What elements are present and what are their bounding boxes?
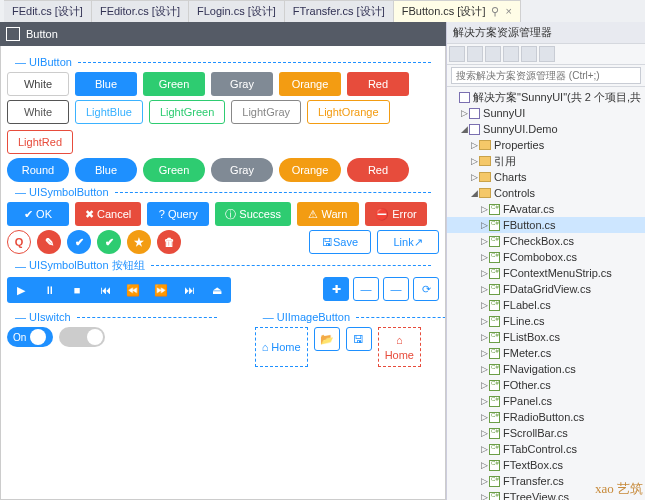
tab-flogin[interactable]: FLogin.cs [设计] <box>189 0 285 22</box>
tree-node[interactable]: ▷FMeter.cs <box>447 345 645 361</box>
tree-node[interactable]: ▷FContextMenuStrip.cs <box>447 265 645 281</box>
imgbtn-home[interactable]: ⌂ Home <box>255 327 308 367</box>
tree-node[interactable]: ▷Charts <box>447 169 645 185</box>
btn-blue[interactable]: Blue <box>75 72 137 96</box>
tree-node[interactable]: ▷FLine.cs <box>447 313 645 329</box>
tree-node[interactable]: 解决方案"SunnyUI"(共 2 个项目,共 <box>447 89 645 105</box>
save-button[interactable]: 🖫 Save <box>309 230 371 254</box>
media-btn[interactable]: ■ <box>63 277 91 303</box>
tb-showall-icon[interactable] <box>503 46 519 62</box>
media-btn[interactable]: ▶ <box>7 277 35 303</box>
mini-btn[interactable]: — <box>383 277 409 301</box>
tree-node[interactable]: ▷FButton.cs <box>447 217 645 233</box>
tb-home-icon[interactable] <box>449 46 465 62</box>
tree-node[interactable]: ▷FTabControl.cs <box>447 441 645 457</box>
tree-node[interactable]: ▷FDataGridView.cs <box>447 281 645 297</box>
btn-round[interactable]: Round <box>7 158 69 182</box>
tab-pin-icon[interactable]: ⚲ <box>491 5 499 17</box>
search-input[interactable] <box>451 67 641 84</box>
tree-node[interactable]: ▷FRadioButton.cs <box>447 409 645 425</box>
btn-warn[interactable]: ⚠ Warn <box>297 202 359 226</box>
tab-fbutton[interactable]: FButton.cs [设计]⚲× <box>394 0 521 22</box>
btn-lightblue[interactable]: LightBlue <box>75 100 143 124</box>
tb-refresh-icon[interactable] <box>467 46 483 62</box>
tb-view-icon[interactable] <box>539 46 555 62</box>
tree-node[interactable]: ▷FPanel.cs <box>447 393 645 409</box>
btn-error[interactable]: ⛔ Error <box>365 202 427 226</box>
solution-tree[interactable]: 解决方案"SunnyUI"(共 2 个项目,共▷SunnyUI◢SunnyUI.… <box>447 87 645 500</box>
btn-blue[interactable]: Blue <box>75 158 137 182</box>
section-uibutton: UIButton <box>29 56 72 68</box>
tab-fedit[interactable]: FEdit.cs [设计] <box>4 0 92 22</box>
btn-white[interactable]: White <box>7 100 69 124</box>
imgbtn-open-icon[interactable]: 📂 <box>314 327 340 351</box>
btn-orange[interactable]: Orange <box>279 158 341 182</box>
media-btn[interactable]: ⏮ <box>91 277 119 303</box>
btn-lightgray[interactable]: LightGray <box>231 100 301 124</box>
tb-properties-icon[interactable] <box>521 46 537 62</box>
tree-node[interactable]: ▷FLabel.cs <box>447 297 645 313</box>
tb-collapse-icon[interactable] <box>485 46 501 62</box>
btn-gray[interactable]: Gray <box>211 158 273 182</box>
tab-close-icon[interactable]: × <box>505 5 511 17</box>
imgbtn-home-red[interactable]: ⌂Home <box>378 327 421 367</box>
btn-cancel[interactable]: ✖ Cancel <box>75 202 141 226</box>
link-button[interactable]: Link ↗ <box>377 230 439 254</box>
tree-node[interactable]: ▷引用 <box>447 153 645 169</box>
tree-node[interactable]: ▷Properties <box>447 137 645 153</box>
media-btn[interactable]: ⏭ <box>175 277 203 303</box>
btn-orange[interactable]: Orange <box>279 72 341 96</box>
media-btn[interactable]: ⏩ <box>147 277 175 303</box>
designer-surface: Button — UIButton WhiteBlueGreenGrayOran… <box>0 22 446 500</box>
btn-lightgreen[interactable]: LightGreen <box>149 100 225 124</box>
imgbtn-save-icon[interactable]: 🖫 <box>346 327 372 351</box>
tree-node[interactable]: ▷FCombobox.cs <box>447 249 645 265</box>
tree-node[interactable]: ◢Controls <box>447 185 645 201</box>
media-toolbar: ▶⏸■⏮⏪⏩⏭⏏ <box>7 277 231 303</box>
circle-btn[interactable]: ✔ <box>67 230 91 254</box>
btn-gray[interactable]: Gray <box>211 72 273 96</box>
mini-btn[interactable]: ✚ <box>323 277 349 301</box>
tree-node[interactable]: ▷FOther.cs <box>447 377 645 393</box>
btn-red[interactable]: Red <box>347 72 409 96</box>
tabbar: FEdit.cs [设计] FEditor.cs [设计] FLogin.cs … <box>0 0 645 22</box>
mini-btn[interactable]: ⟳ <box>413 277 439 301</box>
form-titlebar: Button <box>0 22 446 46</box>
switch-on[interactable]: On <box>7 327 53 347</box>
btn-query[interactable]: ? Query <box>147 202 209 226</box>
circle-btn[interactable]: ✎ <box>37 230 61 254</box>
form-icon <box>6 27 20 41</box>
tab-feditor[interactable]: FEditor.cs [设计] <box>92 0 189 22</box>
circle-btn[interactable]: ★ <box>127 230 151 254</box>
btn-lightorange[interactable]: LightOrange <box>307 100 390 124</box>
switch-off[interactable] <box>59 327 105 347</box>
panel-title: 解决方案资源管理器 <box>447 22 645 44</box>
tree-node[interactable]: ▷SunnyUI <box>447 105 645 121</box>
media-btn[interactable]: ⏏ <box>203 277 231 303</box>
btn-lightred[interactable]: LightRed <box>7 130 73 154</box>
tree-node[interactable]: ▷FTextBox.cs <box>447 457 645 473</box>
solution-explorer: 解决方案资源管理器 解决方案"SunnyUI"(共 2 个项目,共▷SunnyU… <box>446 22 645 500</box>
btn-green[interactable]: Green <box>143 72 205 96</box>
btn-green[interactable]: Green <box>143 158 205 182</box>
tree-node[interactable]: ▷FAvatar.cs <box>447 201 645 217</box>
media-btn[interactable]: ⏪ <box>119 277 147 303</box>
mini-btn[interactable]: — <box>353 277 379 301</box>
tree-node[interactable]: ▷FScrollBar.cs <box>447 425 645 441</box>
media-btn[interactable]: ⏸ <box>35 277 63 303</box>
panel-toolbar <box>447 44 645 65</box>
tree-node[interactable]: ▷FCheckBox.cs <box>447 233 645 249</box>
circle-btn[interactable]: Q <box>7 230 31 254</box>
tree-node[interactable]: ▷FListBox.cs <box>447 329 645 345</box>
tab-ftransfer[interactable]: FTransfer.cs [设计] <box>285 0 394 22</box>
btn-white[interactable]: White <box>7 72 69 96</box>
btn-ok[interactable]: ✔ OK <box>7 202 69 226</box>
tree-node[interactable]: ◢SunnyUI.Demo <box>447 121 645 137</box>
section-uisymbolgroup: UISymbolButton 按钮组 <box>29 258 145 273</box>
btn-success[interactable]: ⓘ Success <box>215 202 291 226</box>
tree-node[interactable]: ▷FNavigation.cs <box>447 361 645 377</box>
section-uisymbol: UISymbolButton <box>29 186 108 198</box>
circle-btn[interactable]: 🗑 <box>157 230 181 254</box>
btn-red[interactable]: Red <box>347 158 409 182</box>
circle-btn[interactable]: ✔ <box>97 230 121 254</box>
